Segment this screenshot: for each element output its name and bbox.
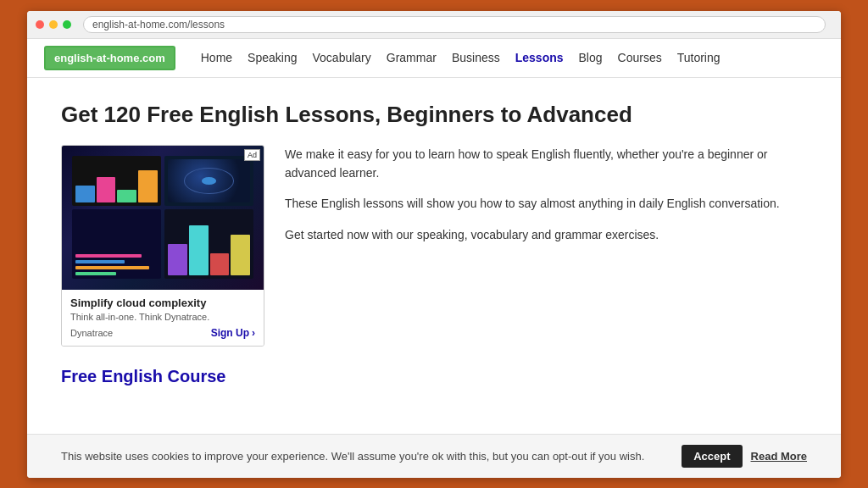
ad-screen-4 <box>164 209 253 279</box>
nav-link-tutoring[interactable]: Tutoring <box>677 51 721 64</box>
text-content: We make it easy for you to learn how to … <box>285 145 807 347</box>
paragraph-1: We make it easy for you to learn how to … <box>285 145 807 183</box>
ad-image-screens <box>72 156 253 279</box>
ad-brand: Dynatrace <box>70 328 113 338</box>
ad-label: Ad <box>244 149 260 161</box>
ad-screen-3 <box>72 209 161 279</box>
ad-block: Ad <box>61 145 264 347</box>
paragraph-2: These English lessons will show you how … <box>285 194 807 213</box>
site-logo[interactable]: english-at-home.com <box>44 46 175 70</box>
nav-link-home[interactable]: Home <box>201 51 232 64</box>
cookie-text: This website uses cookies to improve you… <box>61 450 682 463</box>
paragraph-3: Get started now with our speaking, vocab… <box>285 225 807 244</box>
close-dot[interactable] <box>36 20 44 29</box>
ad-footer: Dynatrace Sign Up › <box>70 327 255 339</box>
page-title: Get 120 Free English Lessons, Beginners … <box>61 102 807 128</box>
ad-headline: Simplify cloud complexity <box>70 297 255 309</box>
ad-cta-label: Sign Up <box>211 327 249 339</box>
nav-link-speaking[interactable]: Speaking <box>248 51 297 64</box>
navbar: english-at-home.com HomeSpeakingVocabula… <box>27 39 841 78</box>
ad-cta-arrow: › <box>252 327 255 339</box>
nav-link-courses[interactable]: Courses <box>618 51 662 64</box>
url-bar[interactable]: english-at-home.com/lessons <box>83 16 826 33</box>
accept-button[interactable]: Accept <box>682 445 742 468</box>
read-more-link[interactable]: Read More <box>751 450 807 463</box>
nav-link-vocabulary[interactable]: Vocabulary <box>313 51 371 64</box>
cookie-actions: Accept Read More <box>682 445 807 468</box>
cookie-bar: This website uses cookies to improve you… <box>27 434 841 478</box>
nav-link-business[interactable]: Business <box>452 51 500 64</box>
nav-link-blog[interactable]: Blog <box>579 51 603 64</box>
nav-link-lessons[interactable]: Lessons <box>515 51 564 64</box>
main-content: Get 120 Free English Lessons, Beginners … <box>27 78 841 434</box>
free-course-link[interactable]: Free English Course <box>61 367 807 386</box>
ad-sub: Think all-in-one. Think Dynatrace. <box>70 312 255 322</box>
maximize-dot[interactable] <box>63 20 71 29</box>
browser-chrome: english-at-home.com/lessons <box>27 11 841 39</box>
ad-screen-2 <box>164 156 253 206</box>
content-area: Ad <box>61 145 807 347</box>
ad-image: Ad <box>62 146 264 290</box>
nav-link-grammar[interactable]: Grammar <box>387 51 437 64</box>
ad-body: Simplify cloud complexity Think all-in-o… <box>62 290 264 346</box>
minimize-dot[interactable] <box>49 20 58 29</box>
ad-screen-1 <box>72 156 161 206</box>
ad-cta-button[interactable]: Sign Up › <box>211 327 255 339</box>
nav-links: HomeSpeakingVocabularyGrammarBusinessLes… <box>201 51 721 64</box>
browser-frame: english-at-home.com/lessons english-at-h… <box>27 11 841 478</box>
